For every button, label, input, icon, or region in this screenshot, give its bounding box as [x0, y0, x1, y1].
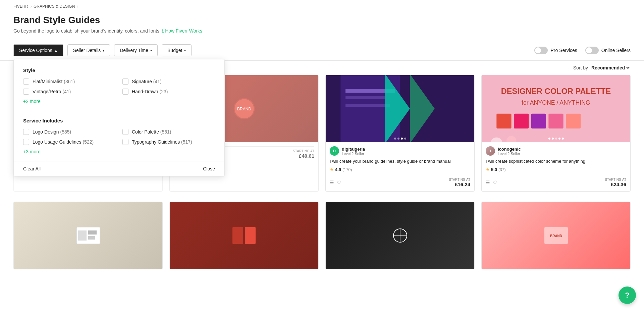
- list-icon[interactable]: ☰: [330, 180, 334, 185]
- breadcrumb-graphics[interactable]: GRAPHICS & DESIGN: [34, 4, 75, 9]
- service-options-dropdown: Style Flat/Minimalist (361) Signature (4…: [13, 59, 225, 176]
- rating-score: 4.9: [335, 167, 341, 172]
- checkbox-typography[interactable]: Typography Guidelines (517): [122, 139, 215, 145]
- breadcrumb-fiverr[interactable]: FIVERR: [13, 4, 28, 9]
- budget-button[interactable]: Budget ▾: [162, 44, 192, 56]
- breadcrumb: FIVERR › GRAPHICS & DESIGN ›: [0, 0, 644, 11]
- svg-rect-8: [345, 96, 385, 99]
- card-actions: ☰ ♡: [330, 180, 341, 185]
- price-value: £16.24: [449, 181, 470, 187]
- online-sellers-toggle[interactable]: [585, 47, 599, 54]
- svg-rect-27: [232, 227, 243, 244]
- checkbox-box: [122, 89, 128, 95]
- price-block: STARTING AT £24.36: [605, 178, 626, 187]
- style-section: Style Flat/Minimalist (361) Signature (4…: [23, 67, 215, 104]
- seller-avatar: D: [330, 146, 339, 156]
- checkbox-hand-drawn[interactable]: Hand-Drawn (23): [122, 89, 215, 95]
- page-title: Brand Style Guides: [13, 15, 631, 25]
- service-includes-title: Service Includes: [23, 118, 215, 123]
- starting-at-label: STARTING AT: [605, 178, 626, 181]
- clear-all-button[interactable]: Clear All: [23, 166, 41, 171]
- card-body: D digitalgeria Level 2 Seller I will cre…: [326, 142, 474, 191]
- svg-rect-25: [88, 230, 97, 235]
- checkbox-signature[interactable]: Signature (41): [122, 79, 215, 85]
- pagination-dots: [394, 138, 406, 140]
- seller-details-button[interactable]: Seller Details ▾: [67, 44, 110, 56]
- how-fiverr-link[interactable]: ℹ How Fiverr Works: [162, 28, 202, 34]
- svg-rect-24: [78, 230, 87, 241]
- checkbox-color-palette[interactable]: Color Palette (561): [122, 129, 215, 135]
- svg-rect-16: [496, 114, 511, 128]
- card-footer: ☰ ♡ STARTING AT £24.36: [486, 175, 626, 187]
- filters-bar: Service Options ▲ Seller Details ▾ Deliv…: [0, 40, 644, 61]
- product-card-bottom2[interactable]: [169, 202, 319, 269]
- dot-active: [401, 138, 403, 140]
- includes-show-more[interactable]: +3 more: [23, 149, 215, 154]
- info-icon: ℹ: [162, 28, 164, 34]
- product-card-iconogenic[interactable]: DESIGNER COLOR PALETTE for ANYONE / ANYT…: [481, 75, 631, 192]
- product-card-bottom4[interactable]: BRAND: [481, 202, 631, 269]
- card-description: I will create your brand guidelines, sty…: [330, 158, 470, 164]
- chevron-down-icon: ▾: [103, 49, 104, 52]
- seller-info: D digitalgeria Level 2 Seller: [330, 146, 470, 156]
- rating-count: (37): [498, 167, 505, 172]
- checkbox-vintage-retro[interactable]: Vintage/Retro (41): [23, 89, 116, 95]
- style-show-more[interactable]: +2 more: [23, 99, 215, 104]
- subtitle-text: Go beyond the logo to establish your bra…: [13, 28, 159, 34]
- sort-select[interactable]: Recommended Best Selling Newest: [590, 65, 631, 71]
- price-block: STARTING AT £16.24: [449, 178, 470, 187]
- heart-icon[interactable]: ♡: [337, 180, 341, 185]
- service-options-button[interactable]: Service Options ▲: [13, 44, 63, 56]
- page-header: Brand Style Guides Go beyond the logo to…: [0, 11, 644, 40]
- svg-text:DESIGNER COLOR PALETTE: DESIGNER COLOR PALETTE: [501, 87, 611, 96]
- dot: [394, 138, 396, 140]
- price-value: £40.61: [293, 153, 314, 159]
- chevron-down-icon2: ▾: [150, 49, 152, 52]
- checkbox-box: [23, 139, 29, 145]
- dot: [552, 138, 554, 140]
- product-card-bottom3[interactable]: [325, 202, 475, 269]
- svg-rect-9: [345, 104, 390, 107]
- online-sellers-label: Online Sellers: [601, 48, 631, 53]
- checkbox-box: [23, 79, 29, 85]
- starting-at-label: STARTING AT: [293, 149, 314, 153]
- pro-services-label: Pro Services: [550, 48, 577, 53]
- list-icon[interactable]: ☰: [486, 180, 490, 185]
- svg-rect-18: [531, 114, 546, 128]
- bottom-row: BRAND: [0, 202, 644, 279]
- card-footer: ☰ ♡ STARTING AT £16.24: [330, 175, 470, 187]
- dot: [555, 138, 557, 140]
- card-actions: ☰ ♡: [486, 180, 497, 185]
- style-section-title: Style: [23, 67, 215, 73]
- pagination-dots: [548, 138, 564, 140]
- card-rating: ★ 4.9 (170): [330, 167, 470, 172]
- pro-services-toggle[interactable]: [534, 47, 548, 54]
- product-card-bottom1[interactable]: [13, 202, 163, 269]
- product-image: [170, 202, 318, 269]
- checkbox-flat-minimalist[interactable]: Flat/Minimalist (361): [23, 79, 116, 85]
- svg-rect-17: [514, 114, 529, 128]
- dot: [404, 138, 406, 140]
- svg-rect-13: [482, 75, 630, 142]
- style-checkbox-grid: Flat/Minimalist (361) Signature (41) Vin…: [23, 79, 215, 95]
- product-card-digitalgeria[interactable]: D digitalgeria Level 2 Seller I will cre…: [325, 75, 475, 192]
- heart-icon[interactable]: ♡: [493, 180, 497, 185]
- seller-avatar-photo: I: [486, 146, 495, 156]
- starting-at-label: STARTING AT: [449, 178, 470, 181]
- checkbox-box: [122, 79, 128, 85]
- checkbox-logo-usage[interactable]: Logo Usage Guidelines (522): [23, 139, 116, 145]
- price-value: £24.36: [605, 181, 626, 187]
- toggle-group: Pro Services Online Sellers: [534, 47, 631, 54]
- breadcrumb-sep1: ›: [30, 4, 32, 9]
- breadcrumb-sep2: ›: [77, 4, 78, 9]
- svg-text:for ANYONE / ANYTHING: for ANYONE / ANYTHING: [522, 99, 590, 106]
- product-image: BRAND: [482, 202, 630, 269]
- close-button[interactable]: Close: [203, 166, 215, 171]
- dot: [562, 138, 564, 140]
- star-icon: ★: [330, 167, 334, 172]
- checkbox-logo-design[interactable]: Logo Design (585): [23, 129, 116, 135]
- delivery-time-button[interactable]: Delivery Time ▾: [114, 44, 158, 56]
- dot: [397, 138, 399, 140]
- checkbox-box: [122, 139, 128, 145]
- checkbox-box: [23, 89, 29, 95]
